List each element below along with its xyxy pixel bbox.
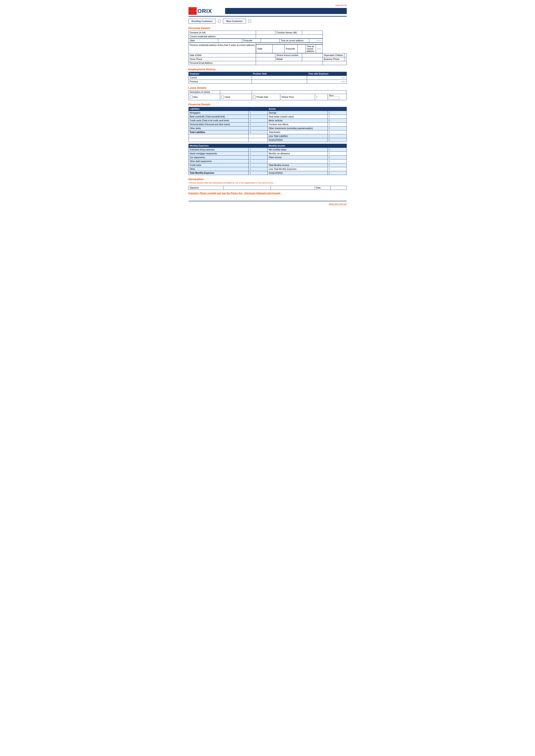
assets-amount-0[interactable]: $ xyxy=(327,111,347,115)
less-total-liabilities-amount[interactable]: $ xyxy=(327,134,347,138)
financial-details-table: Liabilities Assets Mortgage/s $ Savings … xyxy=(188,107,347,142)
total-liabilities-amount[interactable]: $ xyxy=(249,130,268,134)
income-surplus-amount[interactable]: $ xyxy=(327,171,347,175)
vehicle-price-value[interactable]: $ xyxy=(315,94,327,100)
liabilities-empty-amount-1 xyxy=(249,134,268,138)
time-at-address-value[interactable]: years xyxy=(309,39,323,43)
prev-postcode-value[interactable] xyxy=(297,44,306,53)
liabilities-empty-1 xyxy=(188,134,249,138)
income-amount-1[interactable]: $ xyxy=(327,152,347,156)
private-sale-checkbox[interactable] xyxy=(253,96,256,98)
income-amount-5[interactable]: $ xyxy=(327,167,347,171)
liabilities-row-4: Other debts xyxy=(188,126,249,130)
email-value[interactable] xyxy=(256,61,323,65)
footer-url[interactable]: www.orix.com.au xyxy=(329,202,347,205)
liabilities-amount-2[interactable]: $ xyxy=(249,119,268,122)
current-time-value[interactable]: years xyxy=(307,76,347,80)
previous-employer-label: Previous xyxy=(188,80,252,84)
new-option-cell: New xyxy=(188,94,220,100)
total-assets-label: Total Assets xyxy=(268,130,327,134)
email-value2[interactable] xyxy=(323,61,347,65)
existing-customer-checkbox[interactable] xyxy=(218,20,221,23)
surplus-deficit-assets-amount[interactable]: $ xyxy=(327,138,347,142)
assets-amount-4[interactable]: $ xyxy=(327,126,347,130)
description-value[interactable] xyxy=(220,91,252,94)
christian-names-value[interactable] xyxy=(302,31,323,35)
date-label: Date xyxy=(315,186,330,190)
income-amount-4[interactable]: $ xyxy=(327,163,347,167)
liabilities-empty-2 xyxy=(188,138,249,142)
liabilities-amount-0[interactable]: $ xyxy=(249,111,268,115)
important-bold: Important: xyxy=(188,192,199,194)
assets-header: Assets xyxy=(268,107,327,111)
business-phone-value[interactable] xyxy=(344,57,347,61)
employer-col-header: Employer xyxy=(188,72,252,76)
surname-value[interactable] xyxy=(256,31,275,35)
current-address-value[interactable] xyxy=(256,35,323,39)
home-phone-value[interactable] xyxy=(256,57,275,61)
prev-state-label: State xyxy=(256,44,272,53)
term-input[interactable] xyxy=(329,97,340,99)
previous-employer-input[interactable] xyxy=(199,80,259,83)
lease-details-table: Description of vehicle New Used Private … xyxy=(188,90,347,100)
income-surplus-label: Surplus/Deficit xyxy=(268,171,327,175)
date-value[interactable] xyxy=(331,186,347,190)
liabilities-amount-1[interactable]: $ xyxy=(249,115,268,119)
income-amount-2[interactable]: $ xyxy=(327,156,347,159)
existing-customer-box[interactable]: Existing Customer xyxy=(188,19,216,23)
expense-amount-5[interactable]: $ xyxy=(249,167,268,171)
new-customer-checkbox[interactable] xyxy=(248,20,251,23)
expense-amount-2[interactable]: $ xyxy=(249,156,268,159)
years-hint: years xyxy=(310,40,321,41)
description-label: Description of vehicle xyxy=(188,91,220,94)
mobile-value[interactable] xyxy=(302,57,323,61)
expense-amount-3[interactable]: $ xyxy=(249,159,268,163)
christian-names-label: Christian Names (All): xyxy=(275,31,302,35)
expense-amount-1[interactable]: $ xyxy=(249,152,268,156)
prev-time-label: Time at current address xyxy=(305,44,316,53)
expense-amount-4[interactable]: $ xyxy=(249,163,268,167)
expense-row-5: Other xyxy=(188,167,249,171)
prev-address-value[interactable] xyxy=(256,43,323,44)
total-monthly-expenses-amount[interactable]: $ xyxy=(249,171,268,175)
description-extra[interactable] xyxy=(252,91,347,94)
home-phone-label: Home Phone xyxy=(188,57,256,61)
prev-time-value[interactable]: years xyxy=(316,44,323,53)
liabilities-amount-3[interactable]: $ xyxy=(249,122,268,126)
dob-value[interactable] xyxy=(256,53,275,57)
assets-amount-1[interactable]: $ xyxy=(327,115,347,119)
assets-row-2: Motor vehicles xyxy=(268,119,327,122)
used-checkbox[interactable] xyxy=(221,96,224,98)
page-ref: Form FO716 xyxy=(188,4,347,7)
time-col-header: Time with Employer xyxy=(307,72,347,76)
income-row-3 xyxy=(268,159,327,163)
new-checkbox[interactable] xyxy=(190,96,193,98)
new-customer-box[interactable]: New Customer xyxy=(223,19,246,23)
prev-state-value[interactable] xyxy=(272,44,285,53)
current-employer-input[interactable] xyxy=(198,76,258,79)
income-amount-0[interactable]: $ xyxy=(327,148,347,152)
declaration-table: Signature Date xyxy=(188,186,347,190)
liabilities-amount-4[interactable]: $ xyxy=(249,126,268,130)
svg-rect-3 xyxy=(188,10,197,12)
previous-time-value[interactable]: years xyxy=(307,80,347,84)
signature-value[interactable] xyxy=(223,186,270,190)
current-employer-label: Current xyxy=(188,76,252,80)
monthly-income-amount-header xyxy=(327,144,347,148)
declaration-spacer xyxy=(270,186,315,190)
logo-text: ORIX xyxy=(198,8,212,14)
previous-position-value[interactable] xyxy=(252,80,307,84)
current-position-value[interactable] xyxy=(252,76,307,80)
postcode-value[interactable] xyxy=(261,39,280,43)
income-amount-3[interactable]: $ xyxy=(327,159,347,163)
state-value[interactable] xyxy=(218,39,242,43)
total-assets-amount[interactable]: $ xyxy=(327,130,347,134)
assets-amount-2[interactable]: $ xyxy=(327,119,347,122)
drivers-licence-value[interactable] xyxy=(302,53,323,57)
assets-amount-3[interactable]: $ xyxy=(327,122,347,126)
position-col-header: Position Held xyxy=(252,72,307,76)
svg-rect-2 xyxy=(188,9,197,10)
dependant-value[interactable] xyxy=(344,53,347,57)
expense-amount-0[interactable]: $ xyxy=(249,148,268,152)
private-sale-label: Private Sale xyxy=(257,96,268,98)
